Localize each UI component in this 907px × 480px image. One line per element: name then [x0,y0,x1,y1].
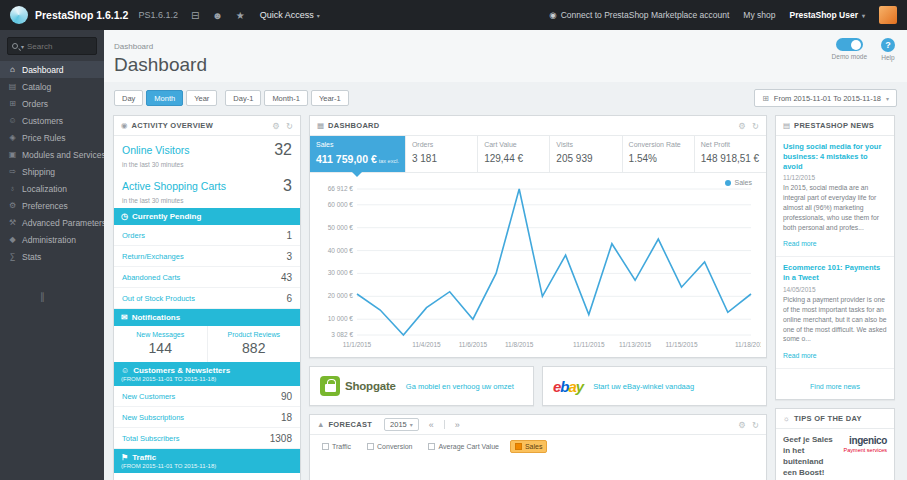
filter-year-button[interactable]: Year [186,90,217,106]
new-messages-link[interactable]: New Messages [116,331,205,338]
configure-icon[interactable]: ⚙ [272,121,280,131]
filter-year-1-button[interactable]: Year-1 [311,90,349,106]
news-item: Using social media for your business: 4 … [776,136,894,257]
help-icon[interactable]: ? [881,38,895,52]
abandoned-carts-link[interactable]: Abandoned Carts [122,273,180,282]
ebay-link[interactable]: Start uw eBay-winkel vandaag [593,382,694,391]
search-input[interactable] [27,42,92,51]
find-more-news-link[interactable]: Find more news [810,383,860,390]
out-of-stock-link[interactable]: Out of Stock Products [122,294,195,303]
active-carts-link[interactable]: Active Shopping Carts [122,180,226,192]
marketplace-label: Connect to PrestaShop Marketplace accoun… [561,10,730,20]
new-customers-count: 90 [281,391,292,402]
tax-note: tax excl. [379,158,399,164]
ebay-logo[interactable]: ebay [553,378,583,395]
demo-mode-toggle[interactable] [836,38,863,51]
legend-conversion[interactable]: Conversion [362,440,417,453]
trophy-icon[interactable]: ★ [236,10,245,21]
sidebar-item-price-rules[interactable]: ◈Price Rules [0,129,104,146]
shop-name-link[interactable]: PS1.6.1.2 [138,10,178,20]
ingenico-logo: ingenico Payment services [844,435,887,453]
shopgate-wordmark: Shopgate [345,380,396,392]
date-range-picker[interactable]: ⊞ From 2015-11-01 To 2015-11-18 ▾ [754,89,897,107]
legend-average-cart-value[interactable]: Average Cart Value [423,440,503,453]
prestashop-logo[interactable] [10,6,28,24]
ebay-letter: b [560,378,568,395]
sidebar-item-label: Preferences [22,201,68,211]
year-value: 2015 [390,420,407,429]
legend-sales[interactable]: Sales [510,440,548,453]
product-reviews-link[interactable]: Product Reviews [210,331,299,338]
sidebar-item-catalog[interactable]: ▤Catalog [0,78,104,95]
read-more-link[interactable]: Read more [783,352,817,359]
sidebar-item-shipping[interactable]: ⇨Shipping [0,163,104,180]
gear-icon: ⚙ [8,201,17,210]
filter-day-button[interactable]: Day [114,90,143,106]
svg-text:11/18/2015: 11/18/2015 [735,341,761,348]
sidebar-item-localization[interactable]: ♁Localization [0,180,104,197]
configure-icon[interactable]: ⚙ [738,420,746,430]
out-of-stock-count: 6 [286,293,292,304]
configure-icon[interactable]: ⚙ [738,121,746,131]
pending-orders-link[interactable]: Orders [122,231,145,240]
avatar[interactable] [879,6,897,24]
customers-icon[interactable]: ☻ [212,10,223,21]
my-shop-link[interactable]: My shop [743,10,775,20]
kpi-cart-value[interactable]: Cart Value 129,44 € [478,136,550,172]
sidebar-item-dashboard[interactable]: ⌂Dashboard [0,61,104,78]
svg-text:66 912 €: 66 912 € [328,185,354,192]
sidebar-item-advanced-parameters[interactable]: ⚒Advanced Parameters [0,214,104,231]
svg-text:60 000 €: 60 000 € [328,201,354,208]
kpi-value: 205 939 [556,153,615,164]
marketplace-connect-link[interactable]: ◉ Connect to PrestaShop Marketplace acco… [549,10,729,20]
sidebar-item-administration[interactable]: ◆Administration [0,231,104,248]
sidebar-item-customers[interactable]: ☺Customers [0,112,104,129]
year-select[interactable]: 2015 ▾ [384,418,419,431]
user-menu[interactable]: PrestaShop User ▾ [789,10,865,20]
divider [444,420,445,429]
kpi-sales[interactable]: Sales 411 759,00 €tax excl. [310,136,406,172]
news-title-link[interactable]: Ecommerce 101: Payments in a Tweet [783,263,887,283]
cart-icon[interactable]: ⊟ [191,10,199,21]
sidebar-item-orders[interactable]: ⊞Orders [0,95,104,112]
kpi-conversion-rate[interactable]: Conversion Rate 1.54% [623,136,695,172]
sidebar-item-label: Localization [22,184,67,194]
kpi-visits[interactable]: Visits 205 939 [550,136,622,172]
legend-traffic[interactable]: Traffic [317,440,356,453]
sidebar-collapse-button[interactable]: ∥ [40,291,104,302]
dashboard-panel-header: ▦ DASHBOARD ⚙ ↻ [310,116,766,136]
product-reviews-cell[interactable]: Product Reviews 882 [207,326,301,362]
news-title-link[interactable]: Using social media for your business: 4 … [783,142,887,171]
pending-returns-link[interactable]: Return/Exchanges [122,252,184,261]
kpi-net-profit[interactable]: Net Profit 148 918,51 € [695,136,766,172]
next-year-button[interactable]: » [455,420,460,430]
filter-month-1-button[interactable]: Month-1 [264,90,308,106]
shopgate-link[interactable]: Ga mobiel en verhoog uw omzet [406,382,514,391]
new-subscriptions-link[interactable]: New Subscriptions [122,413,184,422]
forecast-chart-placeholder [310,458,766,480]
refresh-icon[interactable]: ↻ [286,121,293,131]
refresh-icon[interactable]: ↻ [752,121,759,131]
refresh-icon[interactable]: ↻ [752,420,759,430]
total-subscribers-link[interactable]: Total Subscribers [122,434,180,443]
breadcrumb[interactable]: Dashboard [114,42,153,51]
kpi-label: Conversion Rate [629,141,688,148]
svg-text:40 000 €: 40 000 € [328,247,354,254]
tips-panel-header: ☼ TIPS OF THE DAY [776,409,894,429]
shopgate-logo[interactable]: Shopgate [320,376,396,396]
chart-area: Sales 66 912 €60 000 €50 000 €40 000 €30… [310,173,766,357]
filter-month-button[interactable]: Month [146,90,183,106]
quick-access-menu[interactable]: Quick Access ▾ [260,10,320,20]
kpi-orders[interactable]: Orders 3 181 [406,136,478,172]
sidebar-item-preferences[interactable]: ⚙Preferences [0,197,104,214]
prev-year-button[interactable]: « [429,420,434,430]
new-messages-cell[interactable]: New Messages 144 [114,326,207,362]
calendar-icon: ⊞ [762,94,769,103]
sidebar-item-modules[interactable]: ▣Modules and Services [0,146,104,163]
sidebar-search[interactable]: ▾ [7,37,97,55]
online-visitors-link[interactable]: Online Visitors [122,144,190,156]
new-customers-link[interactable]: New Customers [122,392,175,401]
sidebar-item-stats[interactable]: ∑Stats [0,248,104,265]
read-more-link[interactable]: Read more [783,240,817,247]
filter-day-1-button[interactable]: Day-1 [225,90,261,106]
